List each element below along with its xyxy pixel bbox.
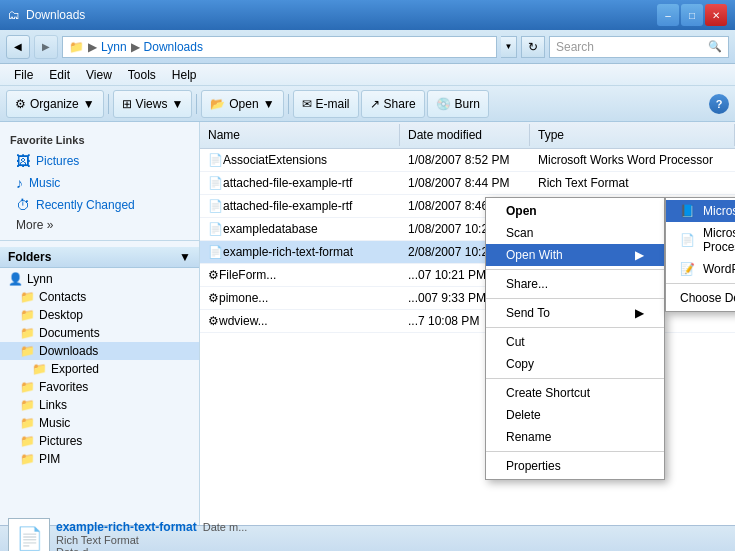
path-part-1[interactable]: Lynn [101,40,127,54]
folder-icon-downloads: 📁 [20,344,35,358]
file-icon: 📄 [208,199,223,213]
ctx-delete[interactable]: Delete [486,404,664,426]
folder-documents[interactable]: 📁 Documents [0,324,199,342]
forward-button[interactable]: ▶ [34,35,58,59]
folder-pictures[interactable]: 📁 Pictures [0,432,199,450]
folder-icon-contacts: 📁 [20,290,35,304]
file-icon: 📄 [208,153,223,167]
sendto-arrow: ▶ [635,306,644,320]
email-icon: ✉ [302,97,312,111]
status-datelabel: Date d... [56,546,247,552]
menu-edit[interactable]: Edit [41,66,78,84]
ctx-share[interactable]: Share... [486,273,664,295]
folder-pim[interactable]: 📁 PIM [0,450,199,468]
search-placeholder: Search [556,40,594,54]
fav-music[interactable]: ♪ Music [0,172,199,194]
submenu-arrow: ▶ [635,248,644,262]
favorites-title: Favorite Links [0,130,199,150]
folder-exported[interactable]: 📁 Exported [0,360,199,378]
toolbar-separator-2 [196,94,197,114]
more-button[interactable]: More » [0,216,199,234]
file-icon: 📄 [208,176,223,190]
folder-contacts[interactable]: 📁 Contacts [0,288,199,306]
sub-works-word[interactable]: 📄 Microsoft® Works Word Processor [666,222,735,258]
table-row[interactable]: 📄 attached-file-example-rtf 1/08/2007 8:… [200,172,735,195]
panel-divider [0,240,199,241]
ctx-open[interactable]: Open [486,200,664,222]
ctx-separator [486,269,664,270]
menu-tools[interactable]: Tools [120,66,164,84]
window-title: Downloads [26,8,85,22]
burn-icon: 💿 [436,97,451,111]
ctx-rename[interactable]: Rename [486,426,664,448]
col-type-header[interactable]: Type [530,124,735,146]
folder-desktop[interactable]: 📁 Desktop [0,306,199,324]
open-button[interactable]: 📂 Open ▼ [201,90,283,118]
sub-word-viewer[interactable]: 📘 Microsoft Word Viewer [666,200,735,222]
share-icon: ↗ [370,97,380,111]
address-path: 📁 ▶ Lynn ▶ Downloads [69,40,203,54]
status-thumb: 📄 [8,518,50,552]
window-icon: 🗂 [8,8,20,22]
close-button[interactable]: ✕ [705,4,727,26]
search-box[interactable]: Search 🔍 [549,36,729,58]
sub-wordpad[interactable]: 📝 WordPad [666,258,735,280]
folder-lynn[interactable]: 👤 Lynn [0,270,199,288]
address-dropdown[interactable]: ▼ [501,36,517,58]
views-chevron: ▼ [171,97,183,111]
menu-help[interactable]: Help [164,66,205,84]
menu-view[interactable]: View [78,66,120,84]
file-icon: ⚙ [208,268,219,282]
col-name-header[interactable]: Name [200,124,400,146]
search-icon: 🔍 [708,40,722,53]
back-button[interactable]: ◀ [6,35,30,59]
sub-choose-default[interactable]: Choose Default Program... [666,287,735,309]
wordpad-icon: 📝 [680,262,695,276]
organize-button[interactable]: ⚙ Organize ▼ [6,90,104,118]
ctx-properties[interactable]: Properties [486,455,664,477]
burn-button[interactable]: 💿 Burn [427,90,489,118]
address-input[interactable]: 📁 ▶ Lynn ▶ Downloads [62,36,497,58]
status-filename: example-rich-text-format [56,520,197,534]
user-icon: 👤 [8,272,23,286]
refresh-button[interactable]: ↻ [521,36,545,58]
fav-recently-changed[interactable]: ⏱ Recently Changed [0,194,199,216]
pictures-icon: 🖼 [16,153,30,169]
menu-file[interactable]: File [6,66,41,84]
ctx-separator [486,451,664,452]
menu-bar: File Edit View Tools Help [0,64,735,86]
file-icon: ⚙ [208,314,219,328]
left-panel: Favorite Links 🖼 Pictures ♪ Music ⏱ Rece… [0,122,200,525]
maximize-button[interactable]: □ [681,4,703,26]
views-button[interactable]: ⊞ Views ▼ [113,90,193,118]
folders-header[interactable]: Folders ▼ [0,247,199,268]
ctx-open-with[interactable]: Open With ▶ [486,244,664,266]
ctx-separator [486,327,664,328]
folder-tree: 👤 Lynn 📁 Contacts 📁 Desktop 📁 Documents … [0,268,199,470]
fav-pictures[interactable]: 🖼 Pictures [0,150,199,172]
file-icon: 📄 [208,222,223,236]
ctx-scan[interactable]: Scan [486,222,664,244]
folder-links[interactable]: 📁 Links [0,396,199,414]
music-icon: ♪ [16,175,23,191]
context-menu: Open Scan Open With ▶ Share... Send To ▶… [485,197,665,480]
folder-favorites[interactable]: 📁 Favorites [0,378,199,396]
path-part-2[interactable]: Downloads [144,40,203,54]
open-chevron: ▼ [263,97,275,111]
ctx-cut[interactable]: Cut [486,331,664,353]
folder-music[interactable]: 📁 Music [0,414,199,432]
ctx-create-shortcut[interactable]: Create Shortcut [486,382,664,404]
minimize-button[interactable]: – [657,4,679,26]
ctx-copy[interactable]: Copy [486,353,664,375]
file-list-header: Name Date modified Type [200,122,735,149]
folder-downloads[interactable]: 📁 Downloads [0,342,199,360]
help-button[interactable]: ? [709,94,729,114]
title-bar-controls: – □ ✕ [657,4,727,26]
share-button[interactable]: ↗ Share [361,90,425,118]
table-row[interactable]: 📄 AssociatExtensions 1/08/2007 8:52 PM M… [200,149,735,172]
main-area: Favorite Links 🖼 Pictures ♪ Music ⏱ Rece… [0,122,735,525]
col-date-header[interactable]: Date modified [400,124,530,146]
right-panel: Name Date modified Type 📄 AssociatExtens… [200,122,735,525]
email-button[interactable]: ✉ E-mail [293,90,359,118]
ctx-send-to[interactable]: Send To ▶ [486,302,664,324]
